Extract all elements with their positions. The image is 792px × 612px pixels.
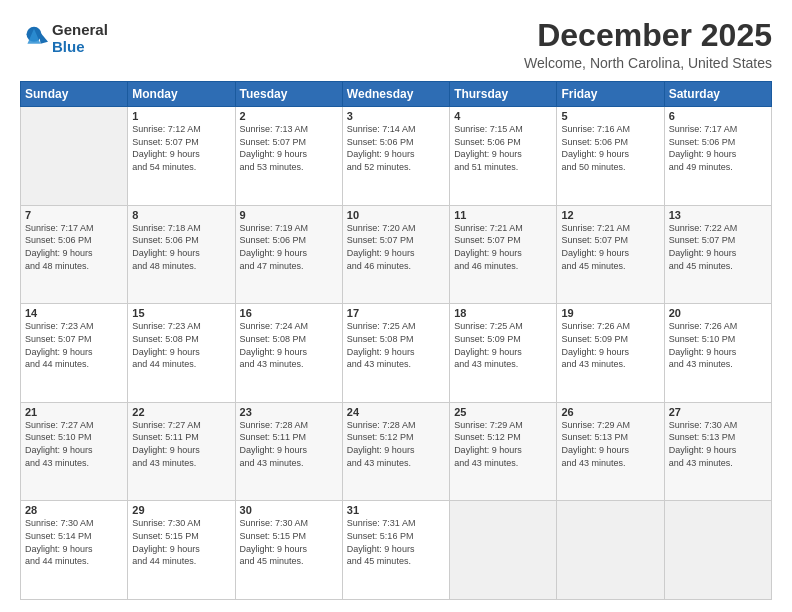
calendar-cell: 13Sunrise: 7:22 AM Sunset: 5:07 PM Dayli… [664,205,771,304]
day-number: 26 [561,406,659,418]
day-info: Sunrise: 7:26 AM Sunset: 5:09 PM Dayligh… [561,320,659,370]
day-info: Sunrise: 7:14 AM Sunset: 5:06 PM Dayligh… [347,123,445,173]
month-title: December 2025 [524,18,772,53]
day-number: 17 [347,307,445,319]
day-number: 15 [132,307,230,319]
day-number: 9 [240,209,338,221]
page: General Blue December 2025 Welcome, Nort… [0,0,792,612]
day-number: 19 [561,307,659,319]
calendar-cell: 22Sunrise: 7:27 AM Sunset: 5:11 PM Dayli… [128,402,235,501]
calendar-cell: 30Sunrise: 7:30 AM Sunset: 5:15 PM Dayli… [235,501,342,600]
calendar-cell: 28Sunrise: 7:30 AM Sunset: 5:14 PM Dayli… [21,501,128,600]
calendar-cell: 27Sunrise: 7:30 AM Sunset: 5:13 PM Dayli… [664,402,771,501]
day-info: Sunrise: 7:17 AM Sunset: 5:06 PM Dayligh… [669,123,767,173]
svg-marker-2 [39,30,48,43]
calendar-cell [450,501,557,600]
day-number: 30 [240,504,338,516]
calendar-cell: 31Sunrise: 7:31 AM Sunset: 5:16 PM Dayli… [342,501,449,600]
day-info: Sunrise: 7:27 AM Sunset: 5:10 PM Dayligh… [25,419,123,469]
day-number: 11 [454,209,552,221]
day-number: 28 [25,504,123,516]
calendar-cell: 1Sunrise: 7:12 AM Sunset: 5:07 PM Daylig… [128,107,235,206]
day-info: Sunrise: 7:27 AM Sunset: 5:11 PM Dayligh… [132,419,230,469]
calendar-cell: 20Sunrise: 7:26 AM Sunset: 5:10 PM Dayli… [664,304,771,403]
day-number: 12 [561,209,659,221]
day-of-week-header: Tuesday [235,82,342,107]
day-info: Sunrise: 7:30 AM Sunset: 5:14 PM Dayligh… [25,517,123,567]
day-info: Sunrise: 7:16 AM Sunset: 5:06 PM Dayligh… [561,123,659,173]
day-number: 2 [240,110,338,122]
day-info: Sunrise: 7:18 AM Sunset: 5:06 PM Dayligh… [132,222,230,272]
calendar-cell: 18Sunrise: 7:25 AM Sunset: 5:09 PM Dayli… [450,304,557,403]
day-number: 22 [132,406,230,418]
calendar-cell: 15Sunrise: 7:23 AM Sunset: 5:08 PM Dayli… [128,304,235,403]
day-info: Sunrise: 7:21 AM Sunset: 5:07 PM Dayligh… [561,222,659,272]
calendar-week-row: 14Sunrise: 7:23 AM Sunset: 5:07 PM Dayli… [21,304,772,403]
calendar-week-row: 28Sunrise: 7:30 AM Sunset: 5:14 PM Dayli… [21,501,772,600]
day-info: Sunrise: 7:20 AM Sunset: 5:07 PM Dayligh… [347,222,445,272]
calendar-cell: 9Sunrise: 7:19 AM Sunset: 5:06 PM Daylig… [235,205,342,304]
logo-general: General [52,22,108,39]
day-info: Sunrise: 7:30 AM Sunset: 5:15 PM Dayligh… [132,517,230,567]
calendar-week-row: 21Sunrise: 7:27 AM Sunset: 5:10 PM Dayli… [21,402,772,501]
day-number: 21 [25,406,123,418]
calendar-cell: 17Sunrise: 7:25 AM Sunset: 5:08 PM Dayli… [342,304,449,403]
day-number: 7 [25,209,123,221]
day-of-week-header: Monday [128,82,235,107]
day-info: Sunrise: 7:12 AM Sunset: 5:07 PM Dayligh… [132,123,230,173]
day-number: 8 [132,209,230,221]
day-info: Sunrise: 7:13 AM Sunset: 5:07 PM Dayligh… [240,123,338,173]
day-info: Sunrise: 7:21 AM Sunset: 5:07 PM Dayligh… [454,222,552,272]
calendar-cell: 12Sunrise: 7:21 AM Sunset: 5:07 PM Dayli… [557,205,664,304]
day-number: 25 [454,406,552,418]
calendar: SundayMondayTuesdayWednesdayThursdayFrid… [20,81,772,600]
calendar-cell: 2Sunrise: 7:13 AM Sunset: 5:07 PM Daylig… [235,107,342,206]
day-number: 18 [454,307,552,319]
calendar-cell [664,501,771,600]
day-number: 23 [240,406,338,418]
day-number: 16 [240,307,338,319]
calendar-week-row: 1Sunrise: 7:12 AM Sunset: 5:07 PM Daylig… [21,107,772,206]
day-info: Sunrise: 7:29 AM Sunset: 5:13 PM Dayligh… [561,419,659,469]
day-number: 24 [347,406,445,418]
day-number: 14 [25,307,123,319]
location: Welcome, North Carolina, United States [524,55,772,71]
day-info: Sunrise: 7:17 AM Sunset: 5:06 PM Dayligh… [25,222,123,272]
calendar-cell: 24Sunrise: 7:28 AM Sunset: 5:12 PM Dayli… [342,402,449,501]
calendar-cell: 8Sunrise: 7:18 AM Sunset: 5:06 PM Daylig… [128,205,235,304]
day-number: 6 [669,110,767,122]
day-number: 3 [347,110,445,122]
calendar-cell: 14Sunrise: 7:23 AM Sunset: 5:07 PM Dayli… [21,304,128,403]
day-info: Sunrise: 7:30 AM Sunset: 5:15 PM Dayligh… [240,517,338,567]
day-info: Sunrise: 7:28 AM Sunset: 5:11 PM Dayligh… [240,419,338,469]
day-of-week-header: Friday [557,82,664,107]
calendar-cell [21,107,128,206]
day-info: Sunrise: 7:25 AM Sunset: 5:09 PM Dayligh… [454,320,552,370]
day-number: 5 [561,110,659,122]
calendar-cell: 21Sunrise: 7:27 AM Sunset: 5:10 PM Dayli… [21,402,128,501]
day-number: 20 [669,307,767,319]
day-info: Sunrise: 7:30 AM Sunset: 5:13 PM Dayligh… [669,419,767,469]
calendar-cell: 5Sunrise: 7:16 AM Sunset: 5:06 PM Daylig… [557,107,664,206]
calendar-cell: 11Sunrise: 7:21 AM Sunset: 5:07 PM Dayli… [450,205,557,304]
calendar-cell: 25Sunrise: 7:29 AM Sunset: 5:12 PM Dayli… [450,402,557,501]
day-of-week-header: Wednesday [342,82,449,107]
title-block: December 2025 Welcome, North Carolina, U… [524,18,772,71]
day-info: Sunrise: 7:29 AM Sunset: 5:12 PM Dayligh… [454,419,552,469]
day-number: 13 [669,209,767,221]
day-number: 27 [669,406,767,418]
calendar-cell: 29Sunrise: 7:30 AM Sunset: 5:15 PM Dayli… [128,501,235,600]
day-of-week-header: Saturday [664,82,771,107]
day-info: Sunrise: 7:31 AM Sunset: 5:16 PM Dayligh… [347,517,445,567]
day-info: Sunrise: 7:26 AM Sunset: 5:10 PM Dayligh… [669,320,767,370]
calendar-week-row: 7Sunrise: 7:17 AM Sunset: 5:06 PM Daylig… [21,205,772,304]
day-info: Sunrise: 7:23 AM Sunset: 5:07 PM Dayligh… [25,320,123,370]
day-info: Sunrise: 7:24 AM Sunset: 5:08 PM Dayligh… [240,320,338,370]
logo-blue: Blue [52,39,108,56]
day-number: 10 [347,209,445,221]
logo: General Blue [20,22,108,55]
calendar-cell: 26Sunrise: 7:29 AM Sunset: 5:13 PM Dayli… [557,402,664,501]
day-of-week-header: Thursday [450,82,557,107]
day-number: 4 [454,110,552,122]
logo-text: General Blue [52,22,108,55]
